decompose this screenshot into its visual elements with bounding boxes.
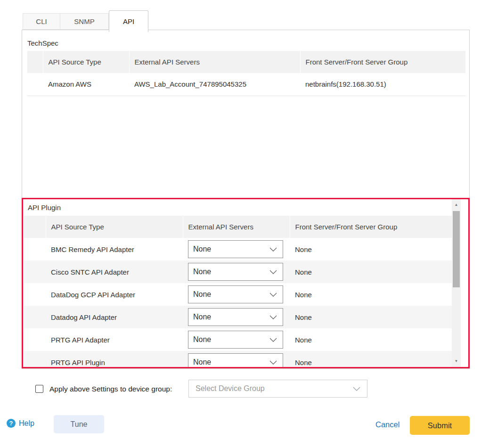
- plugin-cell-servers: None: [183, 328, 290, 351]
- chevron-down-icon: [269, 247, 277, 252]
- help-icon: ?: [7, 419, 16, 428]
- plugin-cell-source: DataDog GCP API Adapter: [46, 283, 183, 306]
- plugin-cell-source: Datadog API Adapter: [46, 306, 183, 328]
- plugin-cell-servers: None: [183, 261, 290, 283]
- techspec-row[interactable]: Amazon AWS AWS_Lab_Account_747895045325 …: [27, 73, 465, 96]
- techspec-header-row: API Source Type External API Servers Fro…: [27, 51, 465, 73]
- api-plugin-section: API Plugin API Source Type External API …: [22, 198, 470, 368]
- plugin-cell-front: None: [290, 351, 452, 368]
- techspec-cell-source: Amazon AWS: [43, 73, 129, 96]
- techspec-col-blank: [27, 51, 43, 73]
- tab-api[interactable]: API: [109, 10, 148, 32]
- plugin-cell-blank: [24, 328, 46, 351]
- plugin-cell-blank: [24, 283, 46, 306]
- plugin-cell-servers: None: [183, 238, 290, 261]
- plugin-cell-source: PRTG API Plugin: [46, 351, 183, 368]
- techspec-table: API Source Type External API Servers Fro…: [27, 51, 465, 96]
- apply-device-group-checkbox[interactable]: [35, 385, 43, 393]
- techspec-cell-front: netbrainfs(192.168.30.51): [300, 73, 465, 96]
- plugin-cell-blank: [24, 306, 46, 328]
- chevron-down-icon: [269, 270, 277, 274]
- external-api-server-value: None: [193, 290, 211, 299]
- external-api-server-select[interactable]: None: [188, 331, 283, 349]
- chevron-down-icon: [269, 360, 277, 365]
- tune-button[interactable]: Tune: [54, 415, 104, 433]
- external-api-server-value: None: [193, 313, 211, 321]
- scroll-up-icon[interactable]: ▲: [452, 202, 461, 208]
- device-group-placeholder: Select Device Group: [196, 384, 265, 393]
- plugin-cell-servers: None: [183, 283, 290, 306]
- cancel-link[interactable]: Cancel: [375, 420, 399, 429]
- techspec-cell-servers: AWS_Lab_Account_747895045325: [129, 73, 300, 96]
- plugin-row: DataDog GCP API Adapter None None: [24, 283, 452, 306]
- chevron-down-icon: [269, 338, 277, 342]
- techspec-col-servers: External API Servers: [129, 51, 300, 73]
- scroll-down-icon[interactable]: ▼: [452, 358, 461, 365]
- plugin-cell-source: Cisco SNTC API Adapter: [46, 261, 183, 283]
- techspec-col-source: API Source Type: [43, 51, 129, 73]
- plugin-row: PRTG API Adapter None None: [24, 328, 452, 351]
- chevron-down-icon: [269, 293, 277, 297]
- plugin-cell-source: PRTG API Adapter: [46, 328, 183, 351]
- plugin-cell-blank: [24, 238, 46, 261]
- chevron-down-icon: [269, 315, 277, 319]
- techspec-section-title: TechSpec: [27, 39, 58, 47]
- plugin-cell-front: None: [290, 328, 452, 351]
- api-plugin-section-title: API Plugin: [28, 204, 61, 212]
- tab-snmp[interactable]: SNMP: [60, 13, 109, 30]
- plugin-cell-front: None: [290, 306, 452, 328]
- techspec-col-front: Front Server/Front Server Group: [300, 51, 465, 73]
- chevron-down-icon: [353, 387, 360, 391]
- plugin-scrollbar[interactable]: ▲ ▼: [452, 199, 461, 367]
- plugin-cell-blank: [24, 261, 46, 283]
- external-api-server-select[interactable]: None: [188, 353, 283, 368]
- external-api-server-value: None: [193, 358, 211, 367]
- external-api-server-value: None: [193, 335, 211, 344]
- external-api-server-select[interactable]: None: [188, 240, 283, 258]
- device-group-select[interactable]: Select Device Group: [188, 380, 367, 398]
- plugin-row: Cisco SNTC API Adapter None None: [24, 261, 452, 283]
- apply-device-group-label: Apply above Settings to device group:: [49, 385, 172, 393]
- plugin-cell-front: None: [290, 261, 452, 283]
- external-api-server-select[interactable]: None: [188, 263, 283, 281]
- plugin-row: BMC Remedy API Adapter None None: [24, 238, 452, 261]
- api-plugin-table: API Source Type External API Servers Fro…: [24, 216, 452, 368]
- techspec-cell-blank: [27, 73, 43, 96]
- tab-bar: CLI SNMP API: [23, 10, 148, 32]
- tab-cli[interactable]: CLI: [23, 13, 60, 30]
- plugin-row: PRTG API Plugin None None: [24, 351, 452, 368]
- plugin-cell-front: None: [290, 283, 452, 306]
- plugin-cell-servers: None: [183, 306, 290, 328]
- scrollbar-thumb[interactable]: [453, 211, 460, 287]
- plugin-cell-servers: None: [183, 351, 290, 368]
- external-api-server-select[interactable]: None: [188, 285, 283, 303]
- plugin-row: Datadog API Adapter None None: [24, 306, 452, 328]
- help-label: Help: [19, 419, 34, 428]
- external-api-server-select[interactable]: None: [188, 308, 283, 326]
- plugin-col-blank: [24, 216, 46, 238]
- submit-button[interactable]: Submit: [410, 416, 470, 435]
- apply-device-group-row: Apply above Settings to device group: Se…: [0, 380, 481, 398]
- plugin-col-front: Front Server/Front Server Group: [290, 216, 452, 238]
- plugin-col-source: API Source Type: [46, 216, 183, 238]
- help-link[interactable]: ? Help: [7, 419, 34, 428]
- plugin-cell-source: BMC Remedy API Adapter: [46, 238, 183, 261]
- plugin-col-servers: External API Servers: [183, 216, 290, 238]
- plugin-header-row: API Source Type External API Servers Fro…: [24, 216, 452, 238]
- plugin-cell-blank: [24, 351, 46, 368]
- plugin-cell-front: None: [290, 238, 452, 261]
- external-api-server-value: None: [193, 268, 211, 276]
- external-api-server-value: None: [193, 245, 211, 253]
